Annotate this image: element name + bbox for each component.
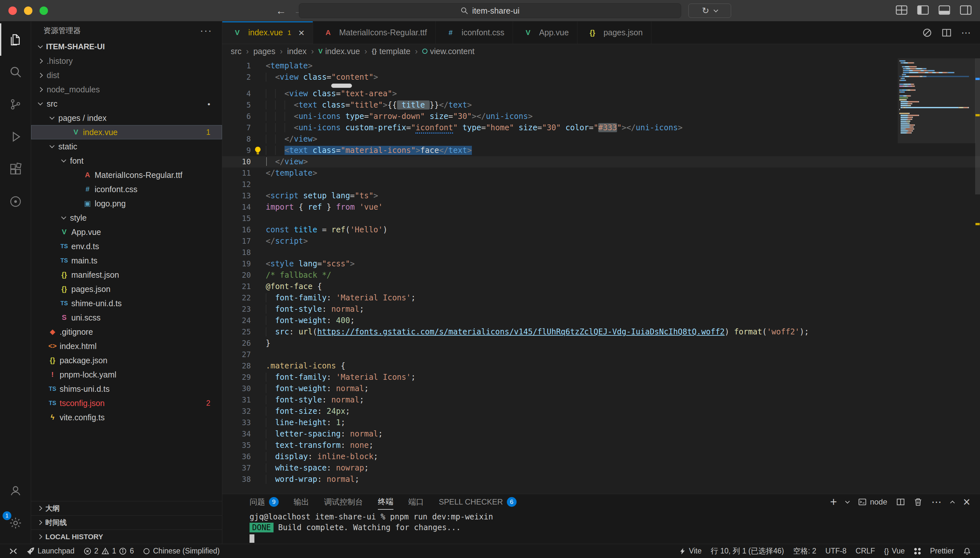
- code-line[interactable]: 13<script setup lang="ts">: [222, 190, 980, 202]
- tree-folder-item[interactable]: src●: [31, 97, 222, 111]
- tree-file-item[interactable]: TSshims-uni.d.ts: [31, 382, 222, 396]
- tree-file-item[interactable]: #iconfont.css: [31, 182, 222, 196]
- more-actions-icon[interactable]: ⋯: [961, 27, 971, 38]
- code-line[interactable]: 34 letter-spacing: normal;: [222, 428, 980, 440]
- code-line[interactable]: 38 word-wrap: normal;: [222, 474, 980, 485]
- run-debug-icon[interactable]: [0, 121, 31, 153]
- tree-file-item[interactable]: AMaterialIcons-Regular.ttf: [31, 168, 222, 182]
- code-line[interactable]: 32 font-size: 24px;: [222, 406, 980, 417]
- tree-folder-item[interactable]: node_modules: [31, 82, 222, 97]
- tree-file-item[interactable]: ϟvite.config.ts: [31, 410, 222, 425]
- tree-file-item[interactable]: TSmain.ts: [31, 253, 222, 268]
- folded-code-chip[interactable]: [331, 84, 352, 88]
- code-line[interactable]: 28.material-icons {: [222, 360, 980, 372]
- close-icon[interactable]: ×: [299, 30, 305, 36]
- close-panel-button-icon[interactable]: ×: [963, 497, 970, 507]
- references-icon[interactable]: [0, 185, 31, 218]
- status-input-language[interactable]: Chinese (Simplified): [138, 544, 224, 558]
- tree-file-item[interactable]: {}pages.json: [31, 282, 222, 296]
- tree-folder-item[interactable]: style: [31, 211, 222, 225]
- status-notifications[interactable]: [959, 544, 975, 558]
- tree-file-item[interactable]: {}manifest.json: [31, 268, 222, 282]
- code-line[interactable]: 29 font-family: 'Material Icons';: [222, 372, 980, 383]
- status-vite[interactable]: Vite: [675, 544, 706, 558]
- breadcrumb-item[interactable]: Vindex.vue: [318, 47, 360, 56]
- tree-folder-item[interactable]: .history: [31, 54, 222, 68]
- editor-tab[interactable]: VApp.vue: [513, 21, 578, 44]
- status-gitlens-launchpad[interactable]: Launchpad: [22, 544, 79, 558]
- code-line[interactable]: 31 font-style: normal;: [222, 394, 980, 406]
- customize-layout-icon[interactable]: [896, 5, 908, 15]
- editor-tab[interactable]: Vindex.vue1×: [222, 21, 313, 44]
- code-line[interactable]: 26}: [222, 338, 980, 349]
- tree-file-item[interactable]: ◆.gitignore: [31, 325, 222, 339]
- tree-folder-item[interactable]: static: [31, 140, 222, 154]
- history-back-button[interactable]: ←: [274, 4, 288, 18]
- code-line[interactable]: 27: [222, 349, 980, 360]
- code-line[interactable]: 10 </view>: [222, 156, 980, 167]
- lightbulb-icon[interactable]: [251, 145, 266, 156]
- sync-control[interactable]: ↻: [688, 3, 731, 18]
- code-line[interactable]: 12: [222, 179, 980, 190]
- split-editor-icon[interactable]: [942, 28, 952, 38]
- toggle-secondary-sidebar-icon[interactable]: [960, 5, 972, 15]
- explorer-icon[interactable]: [0, 23, 31, 56]
- close-window-button[interactable]: [8, 7, 17, 15]
- new-terminal-button-icon[interactable]: +: [830, 497, 837, 507]
- status-indentation[interactable]: 空格: 2: [788, 544, 821, 558]
- code-line[interactable]: 23 font-style: normal;: [222, 304, 980, 315]
- maximize-panel-button-icon[interactable]: [951, 499, 954, 504]
- toggle-panel-icon[interactable]: [939, 5, 950, 15]
- status-encoding[interactable]: UTF-8: [821, 544, 851, 558]
- extensions-icon[interactable]: [0, 153, 31, 185]
- code-line[interactable]: 24 font-weight: 400;: [222, 315, 980, 326]
- code-line[interactable]: 21@font-face {: [222, 281, 980, 292]
- tree-file-item[interactable]: TStsconfig.json2: [31, 396, 222, 410]
- breadcrumb-item[interactable]: pages: [253, 47, 276, 56]
- code-line[interactable]: 19<style lang="scss">: [222, 258, 980, 269]
- settings-icon[interactable]: 1: [0, 507, 31, 539]
- editor-tab[interactable]: {}pages.json: [578, 21, 652, 44]
- code-line[interactable]: 18: [222, 247, 980, 258]
- more-actions-icon[interactable]: ···: [200, 27, 212, 34]
- zoom-window-button[interactable]: [39, 7, 48, 15]
- panel-tab[interactable]: 问题9: [250, 494, 279, 510]
- status-extension[interactable]: [909, 544, 926, 558]
- code-line[interactable]: 15: [222, 213, 980, 224]
- tree-file-item[interactable]: Suni.scss: [31, 310, 222, 325]
- command-center[interactable]: item-share-ui: [299, 3, 681, 18]
- tree-file-item[interactable]: TSenv.d.ts: [31, 239, 222, 253]
- code-line[interactable]: 30 font-weight: normal;: [222, 383, 980, 394]
- panel-tab[interactable]: 终端: [378, 494, 394, 510]
- tree-file-item[interactable]: VApp.vue: [31, 225, 222, 239]
- kill-terminal-button-icon[interactable]: [914, 498, 922, 506]
- code-line[interactable]: 1<template>: [222, 60, 980, 72]
- status-remote-indicator[interactable]: [5, 544, 22, 558]
- code-line[interactable]: 35 text-transform: none;: [222, 440, 980, 451]
- code-line[interactable]: 4 <view class="text-area">: [222, 88, 980, 100]
- code-line[interactable]: 9 <text class="material-icons">face</tex…: [222, 145, 980, 156]
- code-line[interactable]: 6 <uni-icons type="arrow-down" size="30"…: [222, 111, 980, 122]
- tree-file-item[interactable]: !pnpm-lock.yaml: [31, 368, 222, 382]
- status-problems[interactable]: 216: [79, 544, 138, 558]
- code-line[interactable]: 20/* fallback */: [222, 269, 980, 281]
- panel-tab[interactable]: SPELL CHECKER6: [439, 494, 517, 510]
- code-line[interactable]: 11</template>: [222, 167, 980, 179]
- status-eol[interactable]: CRLF: [851, 544, 880, 558]
- code-line[interactable]: 5 <text class="title">{{ title }}</text>: [222, 100, 980, 111]
- toggle-annotations-icon[interactable]: [922, 28, 932, 38]
- breadcrumb-item[interactable]: {}template: [372, 47, 410, 56]
- panel-tab[interactable]: 输出: [294, 494, 309, 510]
- tree-folder-item[interactable]: dist: [31, 68, 222, 82]
- code-line[interactable]: 25 src: url(https://fonts.gstatic.com/s/…: [222, 326, 980, 338]
- editor-tab[interactable]: AMaterialIcons-Regular.ttf: [313, 21, 435, 44]
- code-line[interactable]: 16const title = ref('Hello'): [222, 224, 980, 236]
- code-line[interactable]: 7 <uni-icons custom-prefix="iconfont" ty…: [222, 122, 980, 133]
- tree-file-item[interactable]: <>index.html: [31, 339, 222, 353]
- code-line[interactable]: 33 line-height: 1;: [222, 417, 980, 428]
- breadcrumb-item[interactable]: src: [231, 47, 241, 56]
- tree-folder-item[interactable]: font: [31, 154, 222, 168]
- editor-tab[interactable]: #iconfont.css: [435, 21, 513, 44]
- toggle-primary-sidebar-icon[interactable]: [917, 5, 929, 15]
- tree-file-item[interactable]: {}package.json: [31, 353, 222, 368]
